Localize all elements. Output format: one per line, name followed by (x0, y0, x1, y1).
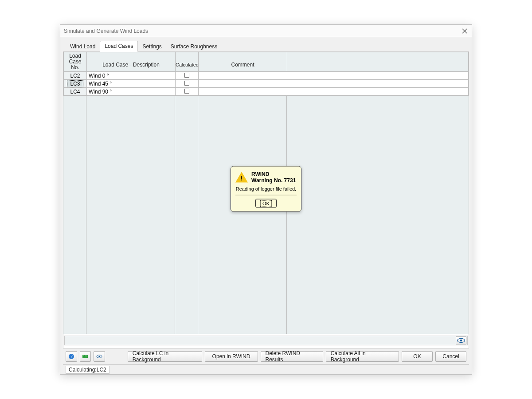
col-header-no: Load Case No. (64, 52, 87, 72)
tab-load-cases[interactable]: Load Cases (100, 41, 138, 52)
ok-button[interactable]: OK (402, 351, 433, 362)
grid-footer-row (64, 336, 468, 345)
status-bar: Calculating:LC2 (63, 364, 469, 374)
view-button[interactable] (94, 351, 105, 362)
cell-calculated[interactable] (176, 72, 199, 80)
svg-text:?: ? (70, 354, 72, 359)
status-text: Calculating:LC2 (66, 366, 110, 374)
cell-calculated[interactable] (176, 88, 199, 96)
warning-app: RWIND (251, 171, 296, 177)
grid-empty-area (63, 96, 469, 334)
svg-point-7 (98, 356, 100, 357)
close-icon[interactable] (461, 27, 468, 35)
tab-bar: Wind Load Load Cases Settings Surface Ro… (66, 40, 469, 51)
table-row[interactable]: LC4 Wind 90 ° (64, 88, 469, 96)
cell-description[interactable]: Wind 45 ° (87, 80, 176, 88)
cancel-button[interactable]: Cancel (435, 351, 466, 362)
warning-ok-button[interactable]: OK (255, 199, 277, 208)
titlebar: Simulate and Generate Wind Loads (60, 25, 472, 37)
cell-no[interactable]: LC4 (64, 88, 87, 96)
warning-dialog: RWIND Warning No. 7731 Reading of logger… (231, 166, 301, 212)
col-header-description: Load Case - Description (87, 52, 176, 72)
col-header-extra (287, 52, 469, 72)
cell-description[interactable]: Wind 0 ° (87, 72, 176, 80)
table-row[interactable]: LC3 Wind 45 ° (64, 80, 469, 88)
help-icon: ? (68, 353, 75, 360)
warning-message: Reading of logger file failed. (235, 186, 297, 192)
col-header-comment: Comment (199, 52, 287, 72)
warning-title: Warning No. 7731 (251, 177, 296, 184)
cell-comment[interactable] (199, 88, 287, 96)
table-row[interactable]: LC2 Wind 0 ° (64, 72, 469, 80)
svg-point-1 (460, 340, 462, 342)
open-rwind-button[interactable]: Open in RWIND (205, 351, 258, 362)
cell-no[interactable]: LC3 (64, 80, 87, 88)
eye-icon (96, 353, 103, 360)
cell-extra (287, 72, 469, 80)
cell-calculated[interactable] (176, 80, 199, 88)
tab-surface-roughness[interactable]: Surface Roughness (166, 42, 222, 52)
cell-description[interactable]: Wind 90 ° (87, 88, 176, 96)
cell-no[interactable]: LC2 (64, 72, 87, 80)
help-button[interactable]: ? (66, 351, 77, 362)
checkbox-icon[interactable] (184, 81, 189, 86)
cell-comment[interactable] (199, 80, 287, 88)
units-button[interactable]: 0.00 (80, 351, 91, 362)
tab-settings[interactable]: Settings (138, 42, 166, 52)
calculate-lc-bg-button[interactable]: Calculate LC in Background (128, 351, 202, 362)
eye-icon[interactable] (456, 336, 466, 344)
main-window: Simulate and Generate Wind Loads Wind Lo… (60, 24, 472, 375)
delete-rwind-results-button[interactable]: Delete RWIND Results (261, 351, 323, 362)
svg-text:0.00: 0.00 (83, 355, 87, 358)
cell-extra (287, 80, 469, 88)
cell-extra (287, 88, 469, 96)
footer-toolbar: ? 0.00 Calculate LC in Background Open i… (63, 348, 469, 364)
col-header-calculated: Calculated (176, 52, 199, 72)
checkbox-icon[interactable] (184, 89, 189, 94)
window-title: Simulate and Generate Wind Loads (64, 28, 148, 34)
warning-icon (235, 172, 248, 183)
cell-comment[interactable] (199, 72, 287, 80)
calculate-all-bg-button[interactable]: Calculate All in Background (326, 351, 399, 362)
units-icon: 0.00 (82, 353, 89, 360)
checkbox-icon[interactable] (184, 73, 189, 78)
tab-wind-load[interactable]: Wind Load (66, 42, 100, 52)
